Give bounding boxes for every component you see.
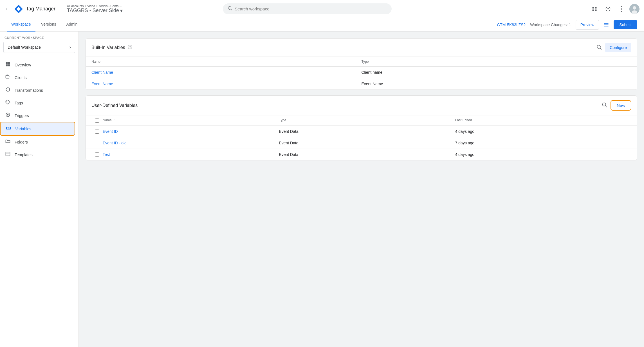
- event-name-type: Event Name: [362, 82, 632, 86]
- event-id-old-last-edited: 7 days ago: [455, 141, 631, 145]
- userdefined-search-icon[interactable]: [602, 102, 607, 109]
- sidebar-item-label: Folders: [15, 140, 28, 144]
- svg-rect-7: [595, 9, 597, 11]
- user-defined-variables-card: User-Defined Variables New Name: [86, 95, 637, 160]
- svg-line-3: [231, 9, 232, 10]
- row-checkbox-area: [91, 141, 103, 145]
- more-icon-button[interactable]: [616, 3, 627, 15]
- svg-point-12: [621, 11, 622, 12]
- builtin-col-type: Type: [362, 60, 632, 64]
- submit-button[interactable]: Submit: [614, 20, 637, 29]
- table-row: Event ID - old Event Data 7 days ago: [86, 137, 637, 149]
- svg-rect-20: [8, 62, 10, 64]
- row-checkbox[interactable]: [95, 141, 99, 145]
- sidebar-item-label: Transformations: [15, 88, 43, 93]
- transformations-icon: [5, 87, 11, 94]
- sidebar-item-overview[interactable]: Overview: [0, 59, 75, 71]
- builtin-variables-title-text: Built-In Variables: [91, 45, 125, 50]
- table-row: Client Name Client name: [86, 67, 637, 78]
- preview-button[interactable]: Preview: [576, 20, 599, 30]
- gtm-id[interactable]: GTM-5K83LZS2: [497, 23, 526, 27]
- svg-rect-23: [6, 75, 9, 78]
- back-button[interactable]: ←: [5, 6, 10, 12]
- svg-point-27: [7, 114, 9, 116]
- event-id-old-type: Event Data: [279, 141, 455, 145]
- account-selector[interactable]: All accounts > Video Tutorials - Contai.…: [67, 4, 123, 14]
- sidebar-item-label: Variables: [15, 127, 31, 131]
- tab-workspace[interactable]: Workspace: [7, 18, 35, 32]
- test-link[interactable]: Test: [103, 152, 279, 157]
- overview-icon: [5, 61, 11, 68]
- test-type: Event Data: [279, 152, 455, 157]
- row-checkbox[interactable]: [95, 152, 99, 157]
- table-row: Event Name Event Name: [86, 78, 637, 89]
- event-id-link[interactable]: Event ID: [103, 129, 279, 134]
- sidebar-item-folders[interactable]: Folders: [0, 136, 75, 148]
- svg-text:?: ?: [607, 7, 609, 11]
- avatar[interactable]: [629, 4, 639, 14]
- event-name-link[interactable]: Event Name: [91, 82, 362, 86]
- svg-rect-28: [6, 127, 11, 129]
- tab-versions[interactable]: Versions: [37, 18, 61, 32]
- configure-button[interactable]: Configure: [605, 43, 631, 52]
- svg-rect-4: [592, 7, 594, 8]
- search-bar[interactable]: [223, 3, 392, 14]
- user-defined-variables-title-text: User-Defined Variables: [91, 103, 138, 108]
- row-checkbox[interactable]: [95, 129, 99, 134]
- tags-icon: [5, 99, 11, 106]
- svg-rect-19: [6, 62, 8, 64]
- clients-icon: [5, 74, 11, 81]
- workspace-chevron-icon: ›: [69, 45, 71, 50]
- row-checkbox-area: [91, 129, 103, 134]
- app-logo: Tag Manager: [14, 4, 55, 14]
- builtin-col-name: Name ↑: [91, 60, 362, 64]
- account-name-text: TAGGRS - Server Side: [67, 8, 119, 14]
- svg-rect-32: [6, 152, 10, 156]
- builtin-variables-title: Built-In Variables ?: [91, 44, 133, 51]
- list-icon-button[interactable]: [603, 22, 609, 28]
- svg-point-14: [633, 6, 636, 10]
- sidebar-item-transformations[interactable]: Transformations: [0, 84, 75, 97]
- event-id-type: Event Data: [279, 129, 455, 134]
- secondnav-right: GTM-5K83LZS2 Workspace Changes: 1 Previe…: [497, 20, 637, 30]
- sidebar-item-triggers[interactable]: Triggers: [0, 109, 75, 122]
- table-row: Event ID Event Data 4 days ago: [86, 126, 637, 137]
- layout: CURRENT WORKSPACE Default Workspace › Ov…: [0, 32, 644, 347]
- topbar-divider: [61, 4, 61, 14]
- new-variable-button[interactable]: New: [611, 100, 631, 111]
- help-circle-icon[interactable]: ?: [127, 44, 133, 51]
- client-name-type: Client name: [362, 70, 632, 75]
- svg-line-38: [600, 48, 602, 49]
- triggers-icon: [5, 112, 11, 119]
- svg-text:?: ?: [129, 46, 131, 48]
- userdefined-col-name: Name ↑: [103, 118, 279, 123]
- grid-icon-button[interactable]: [589, 3, 600, 15]
- builtin-variables-card: Built-In Variables ? Configure Name ↑: [86, 38, 637, 90]
- sidebar-item-label: Clients: [15, 75, 27, 80]
- client-name-link[interactable]: Client Name: [91, 70, 362, 75]
- sidebar-item-tags[interactable]: Tags: [0, 97, 75, 109]
- svg-rect-30: [8, 127, 10, 128]
- sidebar: CURRENT WORKSPACE Default Workspace › Ov…: [0, 32, 79, 347]
- folders-icon: [5, 138, 11, 145]
- secondary-nav: Workspace Versions Admin GTM-5K83LZS2 Wo…: [0, 18, 644, 32]
- app-name: Tag Manager: [26, 6, 55, 12]
- sidebar-item-variables[interactable]: Variables: [0, 122, 75, 136]
- userdefined-table-header: Name ↑ Type Last Edited: [86, 115, 637, 126]
- select-all-checkbox[interactable]: [95, 118, 99, 123]
- userdefined-col-last-edited: Last Edited: [455, 118, 631, 123]
- sidebar-item-templates[interactable]: Templates: [0, 148, 75, 161]
- search-input[interactable]: [235, 6, 387, 11]
- tab-admin[interactable]: Admin: [62, 18, 82, 32]
- sidebar-item-label: Templates: [15, 153, 33, 157]
- sidebar-item-clients[interactable]: Clients: [0, 71, 75, 84]
- account-name[interactable]: TAGGRS - Server Side ▾: [67, 8, 123, 14]
- templates-icon: [5, 151, 11, 158]
- help-icon-button[interactable]: ?: [602, 3, 614, 15]
- builtin-table-header: Name ↑ Type: [86, 57, 637, 67]
- workspace-selector[interactable]: Default Workspace ›: [3, 42, 75, 53]
- sidebar-item-label: Overview: [15, 63, 31, 67]
- sidebar-item-label: Triggers: [15, 113, 29, 118]
- event-id-old-link[interactable]: Event ID - old: [103, 141, 279, 145]
- builtin-search-icon[interactable]: [596, 44, 602, 51]
